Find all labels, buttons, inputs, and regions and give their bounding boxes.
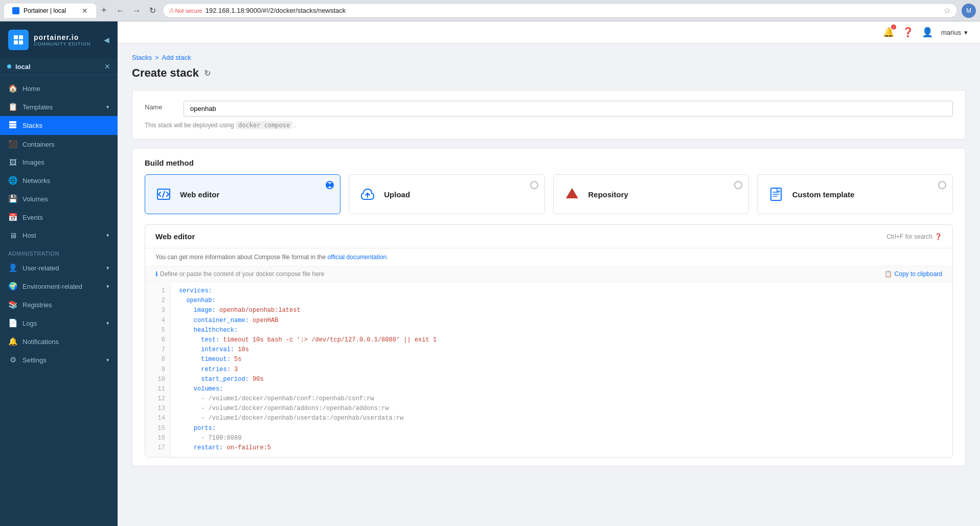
sidebar-item-environment-related[interactable]: 🌍 Environment-related ▾ — [0, 277, 118, 295]
svg-rect-1 — [19, 35, 23, 39]
line-numbers: 1234567891011121314151617 — [145, 282, 171, 457]
method-card-upload[interactable]: Upload — [349, 174, 544, 214]
sidebar-item-label: Logs — [22, 319, 37, 327]
browser-tabs: Portainer | local ✕ + — [4, 4, 110, 18]
home-icon: 🏠 — [8, 84, 17, 93]
build-method-section: Build method — [132, 148, 966, 466]
sidebar-item-label: Stacks — [22, 122, 42, 129]
upload-icon — [358, 185, 377, 203]
notification-bell-icon[interactable]: 🔔 ! — [883, 27, 894, 38]
forward-button[interactable]: → — [130, 5, 144, 16]
topbar-user[interactable]: marius ▾ — [941, 29, 968, 36]
upload-label: Upload — [384, 190, 410, 199]
breadcrumb: Stacks > Add stack — [132, 54, 966, 61]
networks-icon: 🌐 — [8, 176, 17, 185]
sidebar-item-label: Volumes — [22, 195, 48, 203]
repository-label: Repository — [588, 190, 628, 199]
help-icon[interactable]: ❓ — [902, 27, 914, 38]
ctrl-f-hint: Ctrl+F for search ❓ — [886, 233, 942, 240]
sidebar-item-label: Settings — [22, 356, 47, 364]
code-line: volumes: — [179, 384, 944, 394]
sidebar-item-label: Home — [22, 85, 40, 93]
sidebar-item-images[interactable]: 🖼 Images — [0, 153, 118, 171]
sidebar-item-events[interactable]: 📅 Events — [0, 208, 118, 226]
code-line: - 7100:8080 — [179, 433, 944, 443]
refresh-icon[interactable]: ↻ — [204, 68, 211, 78]
new-tab-button[interactable]: + — [98, 4, 110, 17]
code-content[interactable]: services: openhab: image: openhab/openha… — [171, 282, 952, 457]
code-line: - /volume1/docker/openhab/addons:/openha… — [179, 404, 944, 414]
templates-icon: 📋 — [8, 102, 17, 111]
sidebar-item-user-related[interactable]: 👤 User-related ▾ — [0, 259, 118, 277]
back-button[interactable]: ← — [114, 5, 127, 16]
browser-chrome: Portainer | local ✕ + ← → ↻ ⚠ Not secure… — [0, 0, 980, 21]
env-dot — [7, 64, 11, 68]
code-line: openhab: — [179, 296, 944, 306]
page-title: Create stack ↻ — [132, 66, 966, 80]
copy-icon: 📋 — [884, 270, 892, 278]
address-text: 192.168.1.18:9000/#!/2/docker/stacks/new… — [206, 7, 941, 14]
sidebar-item-containers[interactable]: ⬛ Containers — [0, 135, 118, 153]
web-editor-label: Web editor — [180, 190, 219, 199]
sidebar-item-registries[interactable]: 📚 Registries — [0, 295, 118, 314]
code-line: - /volume1/docker/openhab/conf:/openhab/… — [179, 394, 944, 404]
browser-controls: ← → ↻ — [114, 5, 158, 16]
sidebar-item-volumes[interactable]: 💾 Volumes — [0, 190, 118, 208]
host-icon: 🖥 — [8, 231, 17, 240]
name-card: Name This stack will be deployed using d… — [132, 90, 966, 140]
address-bar[interactable]: ⚠ Not secure 192.168.1.18:9000/#!/2/dock… — [163, 3, 958, 18]
containers-icon: ⬛ — [8, 140, 17, 149]
sidebar-nav: 🏠 Home 📋 Templates ▾ Stacks ⬛ Containers… — [0, 75, 118, 526]
code-editor[interactable]: 1234567891011121314151617 services: open… — [145, 282, 952, 457]
env-close-icon[interactable]: ✕ — [104, 62, 110, 71]
env-name: local — [15, 63, 31, 71]
official-doc-link[interactable]: official documentation — [327, 254, 386, 261]
chevron-down-icon: ▾ — [106, 283, 109, 290]
environment-related-icon: 🌍 — [8, 282, 17, 291]
user-related-icon: 👤 — [8, 263, 17, 272]
logo-sub: COMMUNITY EDITION — [34, 41, 90, 47]
sidebar-item-stacks[interactable]: Stacks — [0, 116, 118, 135]
method-radio-upload — [530, 181, 538, 189]
sidebar-item-templates[interactable]: 📋 Templates ▾ — [0, 98, 118, 116]
code-line: image: openhab/openhab:latest — [179, 306, 944, 315]
sidebar-item-networks[interactable]: 🌐 Networks — [0, 171, 118, 190]
svg-rect-6 — [9, 126, 16, 128]
sidebar-item-label: Images — [22, 158, 44, 166]
collapse-icon[interactable]: ◀ — [104, 36, 109, 44]
svg-rect-4 — [9, 121, 16, 123]
method-card-repository[interactable]: Repository — [553, 174, 749, 214]
sidebar-item-label: Environment-related — [22, 283, 82, 290]
breadcrumb-separator: > — [155, 54, 159, 61]
method-card-custom-template[interactable]: Custom template — [757, 174, 953, 214]
user-profile-icon[interactable]: 👤 — [922, 27, 933, 38]
stack-name-input[interactable] — [184, 101, 953, 117]
main-content: 🔔 ! ❓ 👤 marius ▾ Stacks > Add stack Cre — [118, 21, 980, 526]
code-line: restart: on-failure:5 — [179, 443, 944, 453]
web-editor-title: Web editor — [155, 232, 195, 241]
stacks-icon — [8, 121, 17, 130]
sidebar-item-notifications[interactable]: 🔔 Notifications — [0, 332, 118, 351]
question-icon: ❓ — [935, 233, 942, 240]
breadcrumb-stacks-link[interactable]: Stacks — [132, 54, 152, 61]
sidebar-item-logs[interactable]: 📄 Logs ▾ — [0, 314, 118, 332]
browser-tab-active[interactable]: Portainer | local ✕ — [4, 4, 96, 18]
sidebar-item-host[interactable]: 🖥 Host ▾ — [0, 226, 118, 244]
chevron-down-icon: ▾ — [106, 232, 109, 239]
method-card-web-editor[interactable]: Web editor — [145, 174, 340, 214]
browser-profile[interactable]: M — [962, 4, 976, 18]
sidebar-item-label: Host — [22, 232, 36, 239]
copy-clipboard-button[interactable]: 📋 Copy to clipboard — [884, 270, 942, 278]
copy-label: Copy to clipboard — [895, 270, 942, 278]
sidebar-item-home[interactable]: 🏠 Home — [0, 79, 118, 98]
tab-close-icon[interactable]: ✕ — [82, 7, 88, 15]
svg-rect-2 — [14, 40, 18, 44]
sidebar-item-settings[interactable]: ⚙ Settings ▾ — [0, 351, 118, 369]
settings-icon: ⚙ — [8, 355, 17, 364]
reload-button[interactable]: ↻ — [147, 5, 158, 16]
code-line: retries: 3 — [179, 365, 944, 375]
bookmark-button[interactable]: ☆ — [944, 6, 951, 15]
svg-rect-0 — [14, 35, 18, 39]
web-editor-header: Web editor Ctrl+F for search ❓ — [145, 225, 952, 248]
code-line: services: — [179, 286, 944, 296]
